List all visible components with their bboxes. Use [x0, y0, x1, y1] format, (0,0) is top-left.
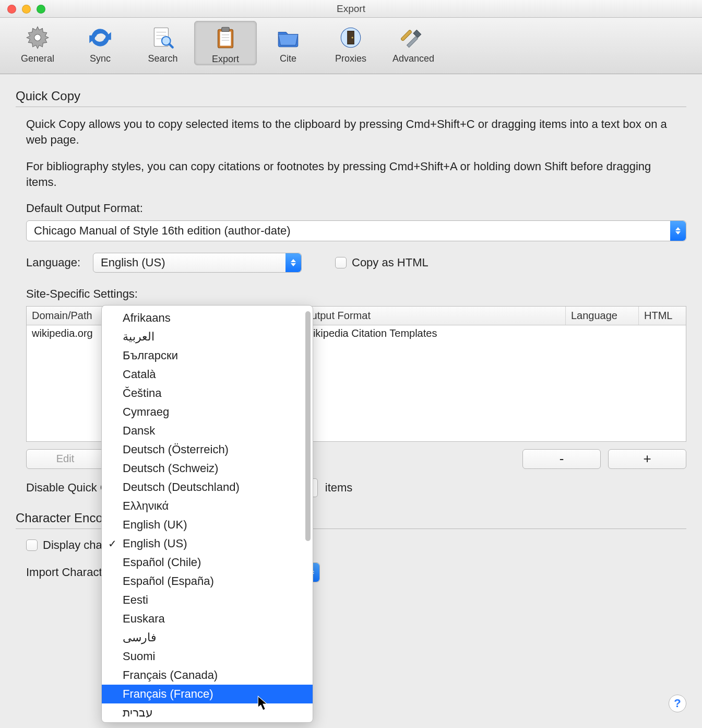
- language-option-label: Català: [123, 368, 156, 381]
- default-output-format-value: Chicago Manual of Style 16th edition (au…: [27, 224, 670, 238]
- language-option[interactable]: Català: [102, 365, 313, 384]
- language-option-label: Français (Canada): [123, 668, 218, 682]
- svg-rect-9: [220, 32, 231, 46]
- language-option[interactable]: עברית: [102, 703, 313, 722]
- disable-suffix: items: [325, 481, 353, 495]
- default-output-format-select[interactable]: Chicago Manual of Style 16th edition (au…: [26, 220, 686, 241]
- language-option[interactable]: English (UK): [102, 515, 313, 534]
- td-format: Wikipedia Citation Templates: [298, 327, 566, 339]
- tab-general-label: General: [21, 53, 54, 64]
- language-option-label: English (US): [123, 537, 187, 550]
- language-option[interactable]: Deutsch (Österreich): [102, 440, 313, 459]
- language-option-label: Eesti: [123, 593, 148, 607]
- display-encoding-checkbox[interactable]: [26, 539, 38, 551]
- scrollbar[interactable]: [305, 309, 311, 719]
- language-option-label: Español (España): [123, 574, 214, 588]
- copy-as-html-checkbox[interactable]: [335, 257, 347, 268]
- tab-export[interactable]: Export: [194, 21, 257, 65]
- language-option-label: Deutsch (Österreich): [123, 443, 229, 456]
- language-option-label: Dansk: [123, 424, 155, 438]
- checkmark-icon: ✓: [108, 537, 117, 550]
- language-option-label: Čeština: [123, 386, 162, 400]
- cursor-icon: [257, 696, 269, 711]
- language-option[interactable]: Français (France): [102, 685, 313, 703]
- add-button[interactable]: +: [608, 449, 686, 469]
- language-option[interactable]: Español (España): [102, 572, 313, 591]
- language-option-label: English (UK): [123, 518, 187, 532]
- language-option[interactable]: Euskara: [102, 609, 313, 628]
- tools-icon: [399, 23, 428, 52]
- door-icon: [336, 23, 365, 52]
- copy-as-html-row: Copy as HTML: [335, 256, 429, 269]
- tab-proxies[interactable]: Proxies: [319, 21, 382, 64]
- remove-button[interactable]: -: [522, 449, 601, 469]
- gear-icon: [23, 23, 52, 52]
- copy-as-html-label: Copy as HTML: [352, 256, 429, 269]
- folder-icon: [273, 23, 303, 52]
- quick-copy-heading: Quick Copy: [16, 89, 686, 103]
- language-option[interactable]: Български: [102, 346, 313, 365]
- language-option[interactable]: فارسی: [102, 628, 313, 647]
- titlebar: Export: [0, 0, 702, 18]
- language-option-label: Български: [123, 349, 178, 362]
- tab-search-label: Search: [148, 53, 177, 64]
- language-option[interactable]: Cymraeg: [102, 403, 313, 421]
- language-option[interactable]: العربية: [102, 327, 313, 346]
- svg-point-16: [352, 37, 353, 38]
- close-window-button[interactable]: [7, 5, 16, 14]
- clipboard-icon: [211, 24, 240, 53]
- minimize-window-button[interactable]: [22, 5, 31, 14]
- svg-rect-10: [222, 27, 230, 31]
- tab-proxies-label: Proxies: [335, 53, 366, 64]
- language-label: Language:: [26, 256, 80, 269]
- language-value: English (US): [93, 256, 285, 269]
- language-option[interactable]: Dansk: [102, 421, 313, 440]
- th-html[interactable]: HTML: [639, 307, 686, 325]
- preferences-toolbar: General Sync Search Export Cite Proxies: [0, 18, 702, 74]
- zoom-window-button[interactable]: [37, 5, 45, 14]
- language-option[interactable]: Eesti: [102, 591, 313, 609]
- site-specific-label: Site-Specific Settings:: [26, 287, 686, 301]
- divider: [16, 107, 686, 107]
- tab-sync[interactable]: Sync: [69, 21, 132, 64]
- window-controls: [7, 5, 45, 14]
- language-dropdown-menu[interactable]: AfrikaansالعربيةБългарскиCatalàČeštinaCy…: [101, 305, 313, 723]
- language-option-label: Español (Chile): [123, 556, 201, 569]
- search-page-icon: [148, 23, 177, 52]
- language-option[interactable]: Français (Canada): [102, 666, 313, 685]
- quick-copy-desc-2: For bibliography styles, you can copy ci…: [26, 159, 679, 190]
- language-select[interactable]: English (US): [93, 253, 302, 273]
- language-option[interactable]: Ελληνικά: [102, 497, 313, 515]
- language-option[interactable]: Deutsch (Deutschland): [102, 478, 313, 497]
- tab-general[interactable]: General: [6, 21, 69, 64]
- language-option[interactable]: Español (Chile): [102, 553, 313, 572]
- svg-point-1: [34, 34, 41, 41]
- tab-advanced[interactable]: Advanced: [382, 21, 445, 64]
- tab-search[interactable]: Search: [132, 21, 194, 64]
- language-option-label: Ελληνικά: [123, 499, 169, 513]
- tab-cite[interactable]: Cite: [257, 21, 319, 64]
- language-option-label: Deutsch (Deutschland): [123, 480, 240, 494]
- language-option[interactable]: Afrikaans: [102, 309, 313, 327]
- language-option-label: Euskara: [123, 612, 165, 626]
- th-language[interactable]: Language: [566, 307, 639, 325]
- help-button[interactable]: ?: [669, 695, 686, 712]
- edit-button[interactable]: Edit: [26, 449, 104, 469]
- updown-icon: [285, 253, 301, 272]
- language-option-label: Cymraeg: [123, 405, 169, 419]
- th-format[interactable]: Output Format: [298, 307, 566, 325]
- scrollbar-thumb[interactable]: [305, 311, 311, 541]
- language-option-label: עברית: [123, 706, 153, 720]
- language-option[interactable]: Čeština: [102, 384, 313, 403]
- default-output-format-label: Default Output Format:: [26, 202, 686, 215]
- language-option-label: العربية: [123, 330, 154, 344]
- language-option[interactable]: ✓English (US): [102, 534, 313, 553]
- language-option[interactable]: Deutsch (Schweiz): [102, 459, 313, 478]
- tab-cite-label: Cite: [280, 53, 296, 64]
- updown-icon: [670, 221, 686, 241]
- language-option[interactable]: Suomi: [102, 647, 313, 666]
- quick-copy-desc-1: Quick Copy allows you to copy selected i…: [26, 116, 679, 147]
- language-option-label: Deutsch (Schweiz): [123, 462, 218, 475]
- language-option-label: Afrikaans: [123, 311, 171, 325]
- language-option-label: Suomi: [123, 650, 155, 663]
